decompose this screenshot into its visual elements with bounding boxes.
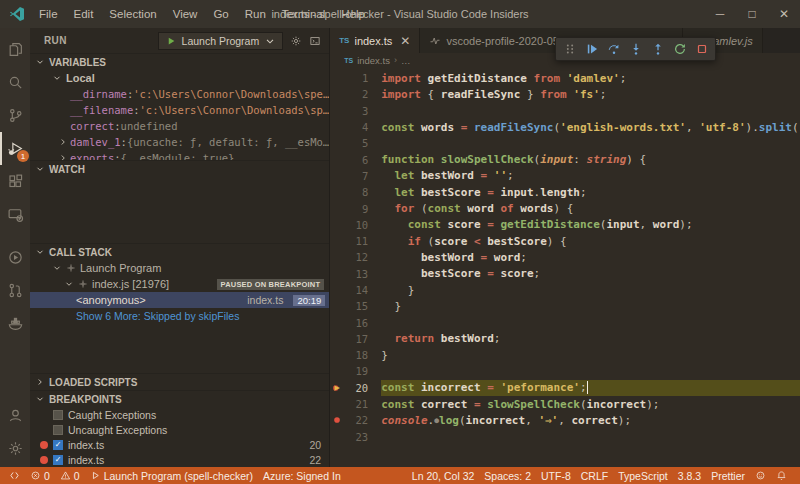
breakpoint-row[interactable]: Caught Exceptions [30,407,329,422]
chevron-down-icon [35,164,45,174]
activity-explorer[interactable] [0,33,30,66]
debug-drag-handle-button[interactable] [559,39,580,59]
menu-run[interactable]: Run [237,0,274,28]
vscode-insiders-logo-icon [9,6,25,22]
breakpoints-section-header[interactable]: BREAKPOINTS [30,390,329,407]
menu-go[interactable]: Go [205,0,236,28]
debug-step-over-button[interactable] [603,39,624,59]
debug-console-icon[interactable] [309,35,321,47]
code-line[interactable]: 10 const score = getEditDistance(input, … [330,217,800,233]
code-line[interactable]: 14 } [330,282,800,298]
variable-row[interactable]: correct: undefined [30,118,329,134]
call-stack-section-header[interactable]: CALL STACK [30,243,329,260]
code-line[interactable]: 7 let bestWord = ''; [330,168,800,184]
code-line[interactable]: 22console.●log(incorrect, '⇒', correct); [330,412,800,428]
debug-restart-button[interactable] [669,39,690,59]
loaded-scripts-section-header[interactable]: LOADED SCRIPTS [30,373,329,390]
activity-settings-gear[interactable] [0,432,30,465]
activity-pull-requests[interactable] [0,274,30,307]
status-error[interactable]: 0 [25,467,55,484]
code-line[interactable]: 17 return bestWord; [330,331,800,347]
variable-row[interactable]: __dirname: 'c:\Users\Connor\Downloads\sp… [30,86,329,102]
variables-scope-local[interactable]: Local [30,70,329,86]
status-remote[interactable] [4,467,25,484]
tab-index.ts[interactable]: TSindex.ts✕ [330,28,420,53]
activity-account[interactable] [0,399,30,432]
code-line[interactable]: 19 [330,363,800,379]
call-stack-thread-row[interactable]: index.js [21976] PAUSED ON BREAKPOINT [30,276,329,292]
debug-settings-gear-icon[interactable] [290,35,302,47]
status-feedback[interactable] [750,467,771,484]
activity-run-debug[interactable]: 1 [0,132,30,165]
code-line[interactable]: 16 [330,314,800,330]
tab-close-icon[interactable]: ✕ [400,34,410,48]
debug-stop-button[interactable] [691,39,712,59]
code-line[interactable]: 23 [330,429,800,445]
show-more-frames-link[interactable]: Show 6 More: Skipped by skipFiles [30,308,329,324]
code-line[interactable]: 21const correct = slowSpellCheck(incorre… [330,396,800,412]
title-bar: FileEditSelectionViewGoRunTerminalHelp i… [0,0,800,28]
menu-edit[interactable]: Edit [66,0,102,28]
status-3-8-3[interactable]: 3.8.3 [673,467,706,484]
breakpoint-checkbox[interactable] [53,410,63,420]
maximize-button[interactable]: □ [736,0,768,28]
breakpoint-checkbox[interactable] [53,425,63,435]
variable-row[interactable]: damlev_1: {uncache: ƒ, default: ƒ, __esM… [30,134,329,150]
close-button[interactable]: ✕ [768,0,800,28]
debug-step-into-button[interactable] [625,39,646,59]
watch-section-header[interactable]: WATCH [30,160,329,177]
code-line[interactable]: 6function slowSpellCheck(input: string) … [330,151,800,167]
activity-remote-explorer[interactable] [0,198,30,231]
activity-extensions[interactable] [0,165,30,198]
call-stack-session-row[interactable]: Launch Program [30,260,329,276]
launch-config-dropdown[interactable]: Launch Program [158,32,284,50]
activity-source-control[interactable] [0,99,30,132]
variable-row[interactable]: __filename: 'c:\Users\Connor\Downloads\s… [30,102,329,118]
breadcrumb-more[interactable]: … [401,55,411,66]
breadcrumb-file[interactable]: index.ts [357,55,390,66]
code-line[interactable]: 15 } [330,298,800,314]
status-bell[interactable] [771,467,792,484]
menu-file[interactable]: File [31,0,66,28]
code-line[interactable]: 5 [330,135,800,151]
status-warning[interactable]: 0 [55,467,85,484]
breakpoint-checkbox[interactable]: ✓ [53,440,63,450]
status-prettier[interactable]: Prettier [706,467,750,484]
code-line[interactable]: 9 for (const word of words) { [330,200,800,216]
code-line[interactable]: 20const incorrect = 'peformance'; [330,380,800,396]
minimize-button[interactable]: ─ [704,0,736,28]
code-line[interactable]: 12 bestWord = word; [330,249,800,265]
code-line[interactable]: 2import { readFileSync } from 'fs'; [330,86,800,102]
activity-docker[interactable] [0,307,30,340]
status-utf-8[interactable]: UTF-8 [536,467,576,484]
status-typescript[interactable]: TypeScript [613,467,673,484]
status-play[interactable]: Launch Program (spell-checker) [85,467,258,484]
status-crlf[interactable]: CRLF [576,467,613,484]
breakpoint-row[interactable]: ✓index.ts22 [30,452,329,467]
code-area[interactable]: 1import getEditDistance from 'damlev';2i… [330,67,800,467]
status-ln-20-col-32[interactable]: Ln 20, Col 32 [407,467,479,484]
menu-view[interactable]: View [165,0,206,28]
debug-continue-button[interactable] [581,39,602,59]
window-title: index.ts - spell-checker - Visual Studio… [271,8,528,20]
debug-step-out-button[interactable] [647,39,668,59]
breakpoint-checkbox[interactable]: ✓ [53,455,63,465]
activity-run-target[interactable] [0,241,30,274]
code-line[interactable]: 4const words = readFileSync('english-wor… [330,119,800,135]
breakpoint-row[interactable]: ✓index.ts20 [30,437,329,452]
variables-section-header[interactable]: VARIABLES [30,53,329,70]
code-line[interactable]: 3 [330,103,800,119]
status-azure-signed-in[interactable]: Azure: Signed In [258,467,346,484]
call-stack-frame-row[interactable]: <anonymous> index.ts 20:19 [30,292,329,308]
breakpoint-row[interactable]: Uncaught Exceptions [30,422,329,437]
code-line[interactable]: 11 if (score < bestScore) { [330,233,800,249]
cpuprofile-file-icon [429,35,441,47]
variable-row[interactable]: exports: {__esModule: true} [30,150,329,160]
code-line[interactable]: 1import getEditDistance from 'damlev'; [330,70,800,86]
code-line[interactable]: 18} [330,347,800,363]
menu-selection[interactable]: Selection [101,0,164,28]
code-line[interactable]: 8 let bestScore = input.length; [330,184,800,200]
status-spaces-2[interactable]: Spaces: 2 [479,467,536,484]
code-line[interactable]: 13 bestScore = score; [330,266,800,282]
activity-search[interactable] [0,66,30,99]
